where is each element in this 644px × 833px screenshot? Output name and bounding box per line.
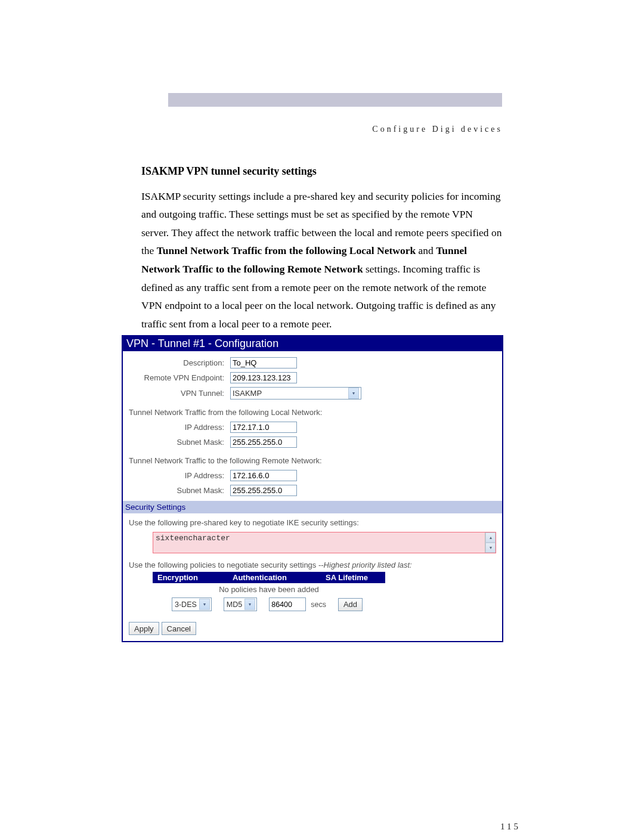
description-label: Description: — [129, 358, 230, 367]
chevron-down-icon: ▾ — [199, 599, 210, 610]
encryption-select-value: 3-DES — [175, 600, 197, 609]
description-input[interactable] — [230, 357, 297, 368]
body-heading: ISAKMP VPN tunnel security settings — [141, 162, 502, 181]
para-mid1: and — [416, 244, 436, 256]
chevron-down-icon: ▾ — [348, 388, 359, 399]
local-mask-label: Subnet Mask: — [129, 438, 230, 447]
endpoint-input[interactable] — [230, 372, 297, 383]
remote-mask-input[interactable] — [230, 485, 297, 496]
local-ip-label: IP Address: — [129, 423, 230, 432]
sa-lifetime-unit: secs — [311, 600, 326, 609]
decorative-band — [168, 93, 502, 107]
policy-empty-message: No policies have been added — [153, 583, 385, 596]
security-settings-header: Security Settings — [123, 501, 502, 513]
scrollbar[interactable]: ▴ ▾ — [485, 532, 496, 553]
bold-1: Tunnel Network Traffic from the followin… — [157, 244, 416, 256]
authentication-select[interactable]: MD5 ▾ — [224, 597, 257, 611]
remote-ip-input[interactable] — [230, 470, 297, 481]
sa-lifetime-input[interactable] — [269, 597, 306, 611]
policy-header-sa-lifetime: SA Lifetime — [321, 572, 385, 583]
scroll-down-icon[interactable]: ▾ — [485, 543, 496, 553]
page-number: 115 — [500, 822, 521, 832]
authentication-select-value: MD5 — [227, 600, 242, 609]
scroll-up-icon[interactable]: ▴ — [485, 532, 496, 543]
policy-header-encryption: Encryption — [153, 572, 228, 583]
preshared-key-input[interactable]: sixteencharacter ▴ ▾ — [153, 532, 496, 553]
add-policy-button[interactable]: Add — [338, 598, 363, 611]
encryption-select[interactable]: 3-DES ▾ — [172, 597, 212, 611]
policies-label: Use the following policies to negotiate … — [129, 561, 496, 569]
body-text: ISAKMP VPN tunnel security settings ISAK… — [141, 162, 502, 333]
vpn-config-panel: VPN - Tunnel #1 - Configuration Descript… — [122, 335, 503, 642]
preshared-label: Use the following pre-shared key to nego… — [129, 518, 496, 527]
section-header: Configure Digi devices — [372, 125, 503, 134]
remote-mask-label: Subnet Mask: — [129, 486, 230, 495]
policy-header-authentication: Authentication — [228, 572, 321, 583]
local-network-section-label: Tunnel Network Traffic from the followin… — [129, 408, 496, 417]
cancel-button[interactable]: Cancel — [162, 622, 196, 635]
chevron-down-icon: ▾ — [244, 599, 255, 610]
endpoint-label: Remote VPN Endpoint: — [129, 373, 230, 382]
local-mask-input[interactable] — [230, 436, 297, 448]
panel-title: VPN - Tunnel #1 - Configuration — [123, 336, 502, 351]
preshared-key-value: sixteencharacter — [153, 532, 485, 553]
tunnel-select[interactable]: ISAKMP ▾ — [230, 387, 361, 400]
apply-button[interactable]: Apply — [129, 622, 159, 635]
policy-table: Encryption Authentication SA Lifetime No… — [153, 572, 385, 611]
tunnel-label: VPN Tunnel: — [129, 389, 230, 398]
remote-ip-label: IP Address: — [129, 471, 230, 480]
tunnel-select-value: ISAKMP — [233, 389, 262, 398]
remote-network-section-label: Tunnel Network Traffic to the following … — [129, 456, 496, 465]
local-ip-input[interactable] — [230, 422, 297, 433]
